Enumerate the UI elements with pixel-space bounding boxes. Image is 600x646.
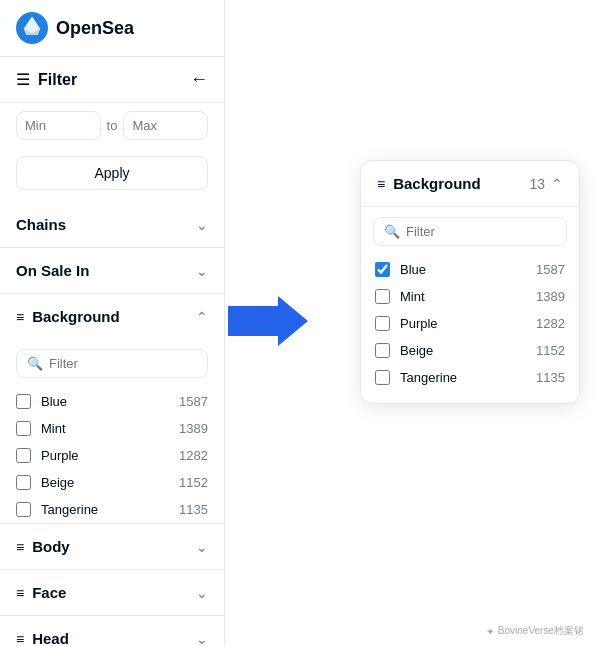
right-trait-tangerine: Tangerine 1135 xyxy=(361,364,579,391)
right-search-icon: 🔍 xyxy=(384,224,400,239)
face-label: Face xyxy=(32,584,66,601)
face-section-header[interactable]: ≡ Face ⌄ xyxy=(0,570,224,616)
right-panel-chevron-up-icon: ⌃ xyxy=(551,176,563,192)
trait-purple-count: 1282 xyxy=(179,448,208,463)
opensea-logo-icon xyxy=(16,12,48,44)
on-sale-in-section-header[interactable]: On Sale In ⌄ xyxy=(0,248,224,294)
back-arrow-icon[interactable]: ← xyxy=(190,69,208,90)
face-list-icon: ≡ xyxy=(16,585,24,601)
trait-mint-count: 1389 xyxy=(179,421,208,436)
filter-icon: ☰ xyxy=(16,70,30,89)
right-panel-background-popup: ≡ Background 13 ⌃ 🔍 Blue 1587 Mint 1389 … xyxy=(360,160,580,404)
on-sale-in-chevron-icon: ⌄ xyxy=(196,263,208,279)
background-label: Background xyxy=(32,308,120,325)
right-trait-tangerine-checkbox[interactable] xyxy=(375,370,390,385)
filter-left: ☰ Filter xyxy=(16,70,77,89)
price-range-row: to xyxy=(0,103,224,148)
right-trait-tangerine-count: 1135 xyxy=(536,370,565,385)
watermark-text: BovineVerse档案铭 xyxy=(498,624,584,638)
watermark-icon: ✦ xyxy=(486,626,494,637)
right-trait-mint: Mint 1389 xyxy=(361,283,579,310)
trait-blue-checkbox[interactable] xyxy=(16,394,31,409)
right-panel-title: Background xyxy=(393,175,481,192)
chains-section-header[interactable]: Chains ⌄ xyxy=(0,202,224,248)
right-filter-search: 🔍 xyxy=(373,217,567,246)
trait-purple-checkbox[interactable] xyxy=(16,448,31,463)
body-section-header[interactable]: ≡ Body ⌄ xyxy=(0,524,224,570)
list-icon: ≡ xyxy=(16,309,24,325)
right-trait-mint-checkbox[interactable] xyxy=(375,289,390,304)
app-name: OpenSea xyxy=(56,18,134,39)
svg-marker-1 xyxy=(228,296,308,346)
right-trait-blue-checkbox[interactable] xyxy=(375,262,390,277)
body-label: Body xyxy=(32,538,70,555)
trait-blue: Blue 1587 xyxy=(0,388,224,415)
left-filter-panel: OpenSea ☰ Filter ← to Apply Chains ⌄ On … xyxy=(0,0,225,646)
head-label: Head xyxy=(32,630,69,646)
trait-mint-checkbox[interactable] xyxy=(16,421,31,436)
trait-blue-name: Blue xyxy=(41,394,169,409)
body-list-icon: ≡ xyxy=(16,539,24,555)
search-icon: 🔍 xyxy=(27,356,43,371)
background-chevron-up-icon: ⌃ xyxy=(196,309,208,325)
right-arrow-icon xyxy=(228,296,308,346)
filter-label: Filter xyxy=(38,71,77,89)
right-trait-purple-name: Purple xyxy=(400,316,526,331)
head-list-icon: ≡ xyxy=(16,631,24,647)
right-trait-purple: Purple 1282 xyxy=(361,310,579,337)
trait-beige: Beige 1152 xyxy=(0,469,224,496)
trait-beige-count: 1152 xyxy=(179,475,208,490)
watermark: ✦ BovineVerse档案铭 xyxy=(486,624,584,638)
background-section-header[interactable]: ≡ Background ⌃ xyxy=(0,294,224,339)
right-trait-blue: Blue 1587 xyxy=(361,256,579,283)
background-filter-input[interactable] xyxy=(49,356,197,371)
chains-chevron-icon: ⌄ xyxy=(196,217,208,233)
right-trait-blue-name: Blue xyxy=(400,262,526,277)
trait-tangerine: Tangerine 1135 xyxy=(0,496,224,523)
trait-blue-count: 1587 xyxy=(179,394,208,409)
head-section-header[interactable]: ≡ Head ⌄ xyxy=(0,616,224,646)
right-trait-blue-count: 1587 xyxy=(536,262,565,277)
filter-bar: ☰ Filter ← xyxy=(0,57,224,103)
right-trait-purple-checkbox[interactable] xyxy=(375,316,390,331)
right-panel-badge: 13 xyxy=(529,176,545,192)
body-chevron-icon: ⌄ xyxy=(196,539,208,555)
arrow-container xyxy=(228,296,308,350)
right-trait-beige: Beige 1152 xyxy=(361,337,579,364)
max-input[interactable] xyxy=(123,111,208,140)
right-trait-mint-count: 1389 xyxy=(536,289,565,304)
right-trait-beige-checkbox[interactable] xyxy=(375,343,390,358)
on-sale-in-label: On Sale In xyxy=(16,262,89,279)
head-chevron-icon: ⌄ xyxy=(196,631,208,647)
chains-label: Chains xyxy=(16,216,66,233)
face-chevron-icon: ⌄ xyxy=(196,585,208,601)
background-section: ≡ Background ⌃ 🔍 Blue 1587 Mint 1389 Pur… xyxy=(0,294,224,524)
trait-mint: Mint 1389 xyxy=(0,415,224,442)
right-trait-beige-name: Beige xyxy=(400,343,526,358)
right-panel-header[interactable]: ≡ Background 13 ⌃ xyxy=(361,161,579,207)
trait-mint-name: Mint xyxy=(41,421,169,436)
right-trait-mint-name: Mint xyxy=(400,289,526,304)
trait-tangerine-checkbox[interactable] xyxy=(16,502,31,517)
trait-purple-name: Purple xyxy=(41,448,169,463)
trait-beige-checkbox[interactable] xyxy=(16,475,31,490)
to-label: to xyxy=(107,118,118,133)
right-list-icon: ≡ xyxy=(377,176,385,192)
app-header: OpenSea xyxy=(0,0,224,57)
trait-beige-name: Beige xyxy=(41,475,169,490)
right-filter-input[interactable] xyxy=(406,224,556,239)
right-trait-tangerine-name: Tangerine xyxy=(400,370,526,385)
trait-tangerine-name: Tangerine xyxy=(41,502,169,517)
trait-purple: Purple 1282 xyxy=(0,442,224,469)
right-trait-beige-count: 1152 xyxy=(536,343,565,358)
min-input[interactable] xyxy=(16,111,101,140)
background-filter-search: 🔍 xyxy=(16,349,208,378)
trait-tangerine-count: 1135 xyxy=(179,502,208,517)
right-trait-purple-count: 1282 xyxy=(536,316,565,331)
apply-button[interactable]: Apply xyxy=(16,156,208,190)
